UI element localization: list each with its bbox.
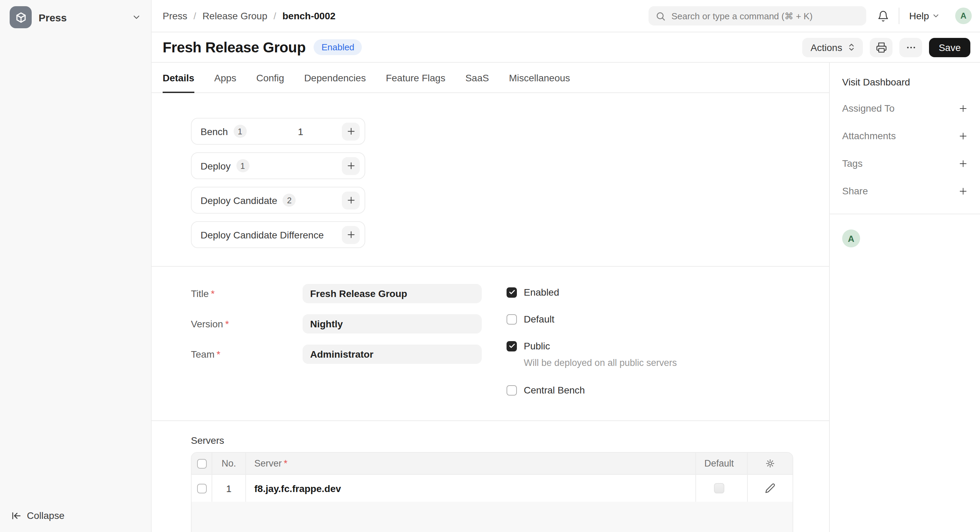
checkbox-label: Central Bench xyxy=(524,384,585,395)
right-panel: Visit Dashboard Assigned To Attachments … xyxy=(830,63,980,532)
main-content: Details Apps Config Dependencies Feature… xyxy=(152,63,830,532)
select-all-checkbox[interactable] xyxy=(197,459,207,468)
required-marker: * xyxy=(225,318,229,329)
connection-deploy-candidate-difference[interactable]: Deploy Candidate Difference xyxy=(191,221,365,248)
form-scroll-area: Bench 1 1 Deploy 1 xyxy=(152,93,829,532)
plus-icon xyxy=(345,160,356,171)
navbar-divider xyxy=(899,8,899,24)
public-checkbox-row[interactable]: Public xyxy=(506,340,677,351)
tab-config[interactable]: Config xyxy=(256,63,284,92)
help-menu[interactable]: Help xyxy=(909,10,940,21)
header-actions: Actions Save xyxy=(802,38,970,57)
viewer-avatar[interactable]: A xyxy=(842,229,860,248)
field-label: Title* xyxy=(191,288,302,299)
default-checkbox-row[interactable]: Default xyxy=(506,314,677,325)
enabled-checkbox-row[interactable]: Enabled xyxy=(506,287,677,298)
server-row[interactable]: 1 f8.jay.fc.frappe.dev xyxy=(192,474,792,502)
main-wrap: Press / Release Group / bench-0002 Help xyxy=(152,0,980,532)
public-checkbox[interactable] xyxy=(506,341,517,351)
form-fields-column: Title* Version* Team* xyxy=(191,284,482,411)
add-deploy-button[interactable] xyxy=(342,157,360,175)
top-navbar: Press / Release Group / bench-0002 Help xyxy=(152,0,980,32)
search-input[interactable] xyxy=(671,11,859,21)
row-select-cell xyxy=(192,475,212,502)
servers-table-header: No. Server* Default xyxy=(192,453,792,474)
column-default: Default xyxy=(696,453,748,474)
chevrons-up-down-icon xyxy=(847,43,856,52)
more-options-button[interactable] xyxy=(899,38,922,57)
team-input[interactable] xyxy=(302,345,482,364)
default-cell[interactable] xyxy=(696,475,748,502)
pencil-icon xyxy=(765,483,775,494)
breadcrumb-press[interactable]: Press xyxy=(163,10,188,21)
plus-icon xyxy=(958,158,968,168)
notifications-button[interactable] xyxy=(877,10,889,22)
plus-icon xyxy=(345,195,356,205)
collapse-label: Collapse xyxy=(27,510,64,521)
version-input[interactable] xyxy=(302,314,482,333)
add-bench-button[interactable] xyxy=(342,122,360,140)
field-title: Title* xyxy=(191,284,482,303)
collapse-sidebar-button[interactable]: Collapse xyxy=(11,510,140,521)
tab-apps[interactable]: Apps xyxy=(214,63,236,92)
table-settings-button[interactable] xyxy=(765,458,775,468)
row-number: 1 xyxy=(212,475,246,502)
connection-count-badge: 1 xyxy=(236,159,249,172)
tab-details[interactable]: Details xyxy=(163,63,194,92)
connection-count-badge: 2 xyxy=(283,194,296,207)
edit-row-button[interactable] xyxy=(765,483,775,494)
connection-deploy[interactable]: Deploy 1 xyxy=(191,152,365,179)
server-cell[interactable]: f8.jay.fc.frappe.dev xyxy=(246,475,696,502)
breadcrumb-release-group[interactable]: Release Group xyxy=(202,10,267,21)
default-checkbox[interactable] xyxy=(506,314,517,324)
connection-bench[interactable]: Bench 1 1 xyxy=(191,118,365,145)
connection-open-count: 1 xyxy=(298,126,303,137)
public-checkbox-description: Will be deployed on all public servers xyxy=(524,358,677,368)
field-team: Team* xyxy=(191,345,482,364)
enabled-checkbox[interactable] xyxy=(506,287,517,297)
required-marker: * xyxy=(216,349,220,360)
add-attachment-button[interactable] xyxy=(958,130,968,141)
collapse-icon xyxy=(11,510,21,521)
plus-icon xyxy=(958,103,968,113)
servers-section: Servers No. Server* Default xyxy=(152,421,829,532)
tags-item: Tags xyxy=(842,156,968,170)
navbar-right: Help A xyxy=(649,6,972,25)
tab-saas[interactable]: SaaS xyxy=(465,63,489,92)
connection-deploy-candidate[interactable]: Deploy Candidate 2 xyxy=(191,187,365,214)
default-checkbox[interactable] xyxy=(714,483,724,494)
add-deploy-candidate-button[interactable] xyxy=(342,191,360,209)
servers-table: No. Server* Default xyxy=(191,452,793,532)
chevron-down-icon xyxy=(932,12,940,20)
tab-dependencies[interactable]: Dependencies xyxy=(304,63,366,92)
column-no: No. xyxy=(212,453,246,474)
central-bench-checkbox-row[interactable]: Central Bench xyxy=(506,384,677,395)
add-assignment-button[interactable] xyxy=(958,103,968,113)
panel-divider xyxy=(830,214,980,214)
print-button[interactable] xyxy=(870,38,892,57)
tab-feature-flags[interactable]: Feature Flags xyxy=(386,63,445,92)
central-bench-checkbox[interactable] xyxy=(506,385,517,395)
breadcrumb: Press / Release Group / bench-0002 xyxy=(163,10,336,21)
workspace-switcher[interactable]: Press xyxy=(0,0,151,35)
add-tag-button[interactable] xyxy=(958,158,968,168)
chevron-down-icon xyxy=(132,13,141,22)
search-icon xyxy=(655,11,666,21)
title-input[interactable] xyxy=(302,284,482,303)
plus-icon xyxy=(345,126,356,137)
visit-dashboard-link[interactable]: Visit Dashboard xyxy=(842,76,968,87)
assigned-to-label: Assigned To xyxy=(842,103,894,114)
share-button[interactable] xyxy=(958,186,968,196)
servers-section-title: Servers xyxy=(191,435,829,446)
save-button[interactable]: Save xyxy=(929,38,970,57)
actions-button[interactable]: Actions xyxy=(802,38,863,57)
global-search[interactable] xyxy=(649,6,866,25)
press-app-logo xyxy=(10,6,32,28)
tab-miscellaneous[interactable]: Miscellaneous xyxy=(509,63,570,92)
plus-icon xyxy=(958,130,968,141)
row-checkbox[interactable] xyxy=(197,483,207,493)
user-avatar[interactable]: A xyxy=(955,8,972,24)
bell-icon xyxy=(877,10,889,22)
workspace-name: Press xyxy=(38,11,67,23)
add-deploy-candidate-difference-button[interactable] xyxy=(342,226,360,244)
